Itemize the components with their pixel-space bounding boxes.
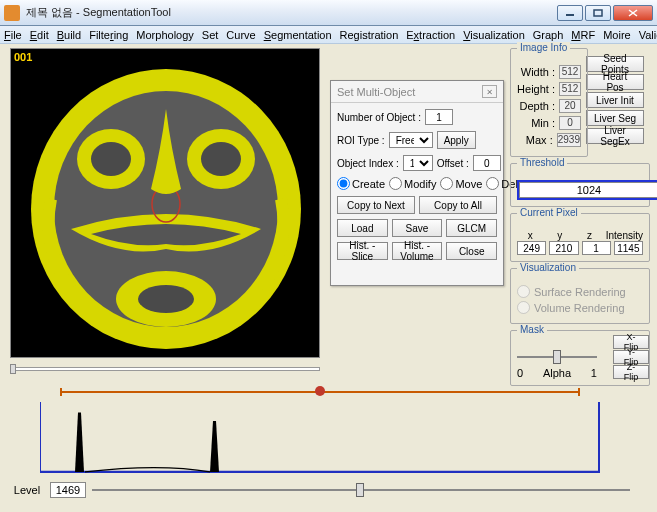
num-object-input[interactable] (425, 109, 453, 125)
object-index-select[interactable]: 1 (403, 155, 433, 171)
slice-number: 001 (14, 51, 32, 63)
offset-label: Offset : (437, 158, 469, 169)
roi-type-select[interactable]: Free (389, 132, 433, 148)
image-info-group: Image Info Width :512 Height :512 Depth … (510, 48, 588, 157)
menu-build[interactable]: Build (57, 29, 81, 41)
info-max: 2939 (557, 133, 581, 147)
svg-point-12 (138, 285, 194, 313)
menu-edit[interactable]: Edit (30, 29, 49, 41)
num-object-label: Number of Object : (337, 112, 421, 123)
threshold-min-input[interactable] (519, 182, 657, 198)
hist-slice-button[interactable]: Hist. - Slice (337, 242, 388, 260)
range-indicator[interactable] (60, 388, 580, 396)
histogram-panel (10, 384, 630, 474)
alpha-slider[interactable] (517, 347, 597, 367)
viewport-scrollbar[interactable] (10, 364, 320, 374)
svg-point-9 (91, 142, 131, 176)
radio-create[interactable]: Create (337, 177, 385, 190)
radio-surface-render[interactable]: Surface Rendering (517, 285, 643, 298)
mode-radiogroup: Create Modify Move Delete (337, 177, 497, 190)
liver-seg-button[interactable]: Liver Seg (586, 110, 644, 126)
seed-points-button[interactable]: Seed Points (586, 56, 644, 72)
copy-to-next-button[interactable]: Copy to Next (337, 196, 415, 214)
pixel-z (582, 241, 611, 255)
menu-set[interactable]: Set (202, 29, 219, 41)
pixel-y (549, 241, 578, 255)
titlebar: 제목 없음 - SegmentationTool (0, 0, 657, 26)
menu-file[interactable]: File (4, 29, 22, 41)
dialog-close-icon[interactable]: ⨉ (482, 85, 497, 98)
set-multi-object-dialog: Set Multi-Object⨉ Number of Object : ROI… (330, 80, 504, 286)
threshold-highlight (517, 180, 657, 200)
roi-type-label: ROI Type : (337, 135, 385, 146)
menu-segmentation[interactable]: Segmentation (264, 29, 332, 41)
liver-segex-button[interactable]: Liver SegEx (586, 128, 644, 144)
info-depth: 20 (559, 99, 581, 113)
threshold-group: Threshold Apply (510, 163, 650, 207)
glcm-button[interactable]: GLCM (446, 219, 497, 237)
pixel-x (517, 241, 546, 255)
histogram-plot (40, 402, 600, 474)
app-icon (4, 5, 20, 21)
menu-visualization[interactable]: Visualization (463, 29, 525, 41)
radio-modify[interactable]: Modify (389, 177, 436, 190)
menu-mrf[interactable]: MRF (571, 29, 595, 41)
heart-pos-button[interactable]: Heart Pos (586, 74, 644, 90)
load-button[interactable]: Load (337, 219, 388, 237)
info-height: 512 (559, 82, 581, 96)
svg-rect-1 (594, 10, 602, 16)
range-handle[interactable] (315, 386, 325, 396)
svg-line-2 (629, 10, 637, 16)
minimize-button[interactable] (557, 5, 583, 21)
menu-graph[interactable]: Graph (533, 29, 564, 41)
info-width: 512 (559, 65, 581, 79)
ct-image (11, 49, 319, 357)
copy-to-all-button[interactable]: Copy to All (419, 196, 497, 214)
menu-morphology[interactable]: Morphology (136, 29, 193, 41)
close-button[interactable] (613, 5, 653, 21)
ct-viewport[interactable]: 001 (10, 48, 320, 358)
level-row: Level (10, 478, 630, 502)
maximize-button[interactable] (585, 5, 611, 21)
svg-point-10 (201, 142, 241, 176)
level-slider[interactable] (92, 483, 630, 497)
level-label: Level (10, 484, 44, 496)
object-index-label: Object Index : (337, 158, 399, 169)
menu-curve[interactable]: Curve (226, 29, 255, 41)
save-button[interactable]: Save (392, 219, 443, 237)
radio-move[interactable]: Move (440, 177, 482, 190)
menu-filtering[interactable]: Filtering (89, 29, 128, 41)
mask-group: Mask 0Alpha1 X-Flip Y-Flip Z-Flip (510, 330, 650, 386)
offset-input[interactable] (473, 155, 501, 171)
info-min: 0 (559, 116, 581, 130)
dialog-close-button[interactable]: Close (446, 242, 497, 260)
visualization-group: Visualization Surface Rendering Volume R… (510, 268, 650, 324)
window-title: 제목 없음 - SegmentationTool (26, 5, 557, 20)
menu-extraction[interactable]: Extraction (406, 29, 455, 41)
current-pixel-group: Current Pixel xyzIntensity (510, 213, 650, 262)
menu-moire[interactable]: Moire (603, 29, 631, 41)
menu-validation[interactable]: Validation (639, 29, 657, 41)
z-flip-button[interactable]: Z-Flip (613, 365, 649, 379)
roi-apply-button[interactable]: Apply (437, 131, 476, 149)
dialog-title: Set Multi-Object (337, 86, 415, 98)
radio-volume-render[interactable]: Volume Rendering (517, 301, 643, 314)
svg-line-3 (629, 10, 637, 16)
hist-volume-button[interactable]: Hist. - Volume (392, 242, 443, 260)
menu-registration[interactable]: Registration (340, 29, 399, 41)
level-input[interactable] (50, 482, 86, 498)
liver-init-button[interactable]: Liver Init (586, 92, 644, 108)
pixel-intensity (614, 241, 643, 255)
